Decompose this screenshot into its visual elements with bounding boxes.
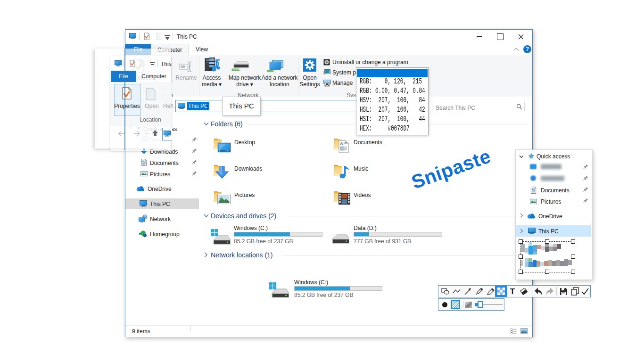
svg-text:A: A [340,141,343,146]
